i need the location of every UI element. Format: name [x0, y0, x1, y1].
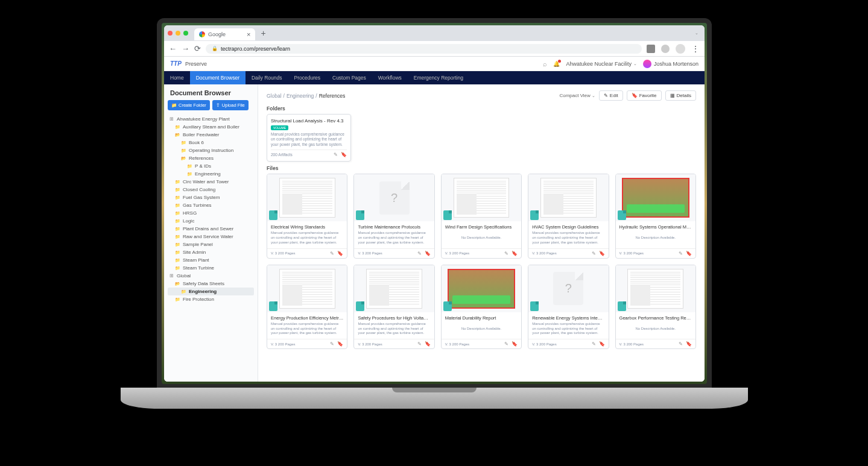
tree-item-engineering[interactable]: 📁Engineering [168, 288, 254, 295]
create-folder-button[interactable]: 📁 Create Folder [168, 100, 210, 110]
bookmark-icon[interactable]: 🔖 [512, 251, 518, 256]
pencil-icon[interactable]: ✎ [417, 251, 422, 256]
file-card[interactable]: Wind Farm Design SpecificationsNo Descri… [441, 174, 522, 258]
tree-item-references[interactable]: 📂References [168, 154, 254, 162]
location-selector[interactable]: Ahwatukee Nuclear Facility ⌄ [566, 61, 637, 67]
search-icon[interactable]: ⌕ [543, 60, 547, 68]
view-selector[interactable]: Compact View ⌄ [559, 93, 595, 98]
bookmark-icon[interactable]: 🔖 [425, 341, 431, 347]
pencil-icon[interactable]: ✎ [504, 341, 508, 347]
tree-item-sample-panel[interactable]: 📁Sample Panel [168, 241, 254, 248]
bookmark-icon[interactable]: 🔖 [686, 251, 692, 256]
extension-icon[interactable] [647, 45, 655, 53]
tree-item-safety-data-sheets[interactable]: 📂Safety Data Sheets [168, 280, 254, 288]
file-card[interactable]: ?Turbine Maintenance ProtocolsManual pro… [353, 174, 434, 258]
tree-item-raw-and-service-water[interactable]: 📁Raw and Service Water [168, 233, 254, 241]
nav-item-document-browser[interactable]: Document Browser [190, 71, 246, 84]
extension-icon-2[interactable] [661, 45, 670, 53]
pencil-icon[interactable]: ✎ [330, 251, 334, 256]
app-body: Document Browser 📁 Create Folder ⇪ Uploa… [164, 84, 705, 382]
upload-file-button[interactable]: ⇪ Upload File [212, 100, 249, 110]
breadcrumb-item[interactable]: Global [267, 93, 282, 99]
reload-button[interactable]: ⟳ [194, 44, 201, 53]
maximize-window-button[interactable] [183, 31, 188, 36]
tree-item-global[interactable]: ⊞Global [168, 272, 254, 280]
close-window-button[interactable] [168, 31, 173, 36]
new-tab-button[interactable]: + [258, 28, 268, 39]
nav-item-workflows[interactable]: Workflows [372, 71, 408, 84]
tree-item-gas-turbines[interactable]: 📁Gas Turbines [168, 201, 254, 209]
tree-item-ahwatukee-energy-plant[interactable]: ⊞Ahwatukee Energy Plant [168, 115, 254, 123]
bookmark-icon[interactable]: 🔖 [512, 341, 518, 347]
file-card-body: Renewable Energy Systems Integratio...Ma… [528, 312, 608, 339]
tree-item-hrsg[interactable]: 📁HRSG [168, 209, 254, 217]
tree-item-boiler-feedwater[interactable]: 📂Boiler Feedwater [168, 131, 254, 139]
user-menu[interactable]: Joshua Mortenson [643, 60, 699, 68]
tree-item-logic[interactable]: 📁Logic [168, 217, 254, 225]
tree-item-site-admin[interactable]: 📁Site Admin [168, 248, 254, 256]
close-tab-button[interactable]: × [247, 31, 250, 38]
pencil-icon[interactable]: ✎ [417, 341, 422, 347]
file-card[interactable]: Energy Production Efficiency MetricsManu… [267, 265, 347, 349]
bookmark-icon[interactable]: 🔖 [686, 341, 692, 347]
window-controls [168, 31, 188, 36]
file-card[interactable]: Gearbox Performance Testing ResultsNo De… [615, 265, 696, 349]
pencil-icon[interactable]: ✎ [679, 251, 683, 256]
pencil-icon[interactable]: ✎ [679, 341, 683, 347]
minimize-window-button[interactable] [176, 31, 180, 36]
tree-item-steam-turbine[interactable]: 📁Steam Turbine [168, 264, 254, 272]
pencil-icon[interactable]: ✎ [504, 251, 508, 256]
file-title: Gearbox Performance Testing Results [619, 315, 692, 321]
nav-item-home[interactable]: Home [164, 71, 190, 84]
tree-item-circ-water-and-tower[interactable]: 📁Circ Water and Tower [168, 178, 254, 186]
tree-item-book-6[interactable]: 📁Book 6 [168, 139, 254, 146]
details-button[interactable]: ▦ Details [665, 90, 696, 101]
folder-icon: 📁 [175, 203, 180, 208]
file-card[interactable]: ?Renewable Energy Systems Integratio...M… [528, 265, 609, 349]
nav-item-custom-pages[interactable]: Custom Pages [326, 71, 372, 84]
notifications-button[interactable]: 🔔 [553, 61, 560, 67]
file-card[interactable]: Electrical Wiring StandardsManual provid… [267, 174, 347, 258]
bookmark-icon[interactable]: 🔖 [599, 251, 605, 256]
chrome-menu-button[interactable]: ⋮ [691, 44, 700, 54]
breadcrumb-item[interactable]: Engineering [287, 93, 314, 99]
chrome-profile-avatar[interactable] [676, 44, 685, 54]
tree-item-operating-instruction[interactable]: 📁Operating Instruction [168, 146, 254, 154]
pencil-icon[interactable]: ✎ [334, 152, 338, 157]
nav-item-emergency-reporting[interactable]: Emergency Reporting [408, 71, 469, 84]
nav-item-procedures[interactable]: Procedures [288, 71, 326, 84]
nav-item-daily-rounds[interactable]: Daily Rounds [246, 71, 288, 84]
favorite-button[interactable]: 🔖 Favorite [627, 90, 662, 101]
back-button[interactable]: ← [169, 44, 177, 53]
file-meta: V. 3 200 Pages [445, 251, 469, 255]
tree-item-auxiliary-steam-and-boiler[interactable]: 📁Auxiliary Steam and Boiler [168, 123, 254, 131]
pencil-icon[interactable]: ✎ [592, 341, 596, 347]
bookmark-icon: 🔖 [632, 93, 638, 98]
bookmark-icon[interactable]: 🔖 [425, 251, 431, 256]
file-card[interactable]: Safety Procedures for High Voltage Sy...… [353, 265, 434, 349]
folder-card[interactable]: Structural Load Analysis - Rev 4.3 Volum… [267, 114, 351, 162]
tree-item-fuel-gas-system[interactable]: 📁Fuel Gas System [168, 194, 254, 201]
file-card[interactable]: Hydraulic Systems Operational ManualNo D… [615, 174, 696, 258]
file-card[interactable]: Material Durability ReportNo Description… [441, 265, 522, 349]
tree-item-engineering[interactable]: 📁Engineering [168, 170, 254, 178]
file-meta: V. 3 200 Pages [532, 251, 556, 255]
bookmark-icon[interactable]: 🔖 [337, 341, 343, 347]
tree-item-steam-plant[interactable]: 📁Steam Plant [168, 256, 254, 264]
tree-item-closed-cooling[interactable]: 📁Closed Cooling [168, 186, 254, 194]
bookmark-icon[interactable]: 🔖 [337, 251, 343, 256]
url-bar[interactable]: 🔒 tectrapro.com/preserve/learn [206, 44, 642, 54]
browser-tab[interactable]: Google × [194, 28, 255, 40]
folder-icon: 📁 [175, 179, 180, 184]
edit-button[interactable]: ✎ Edit [599, 90, 623, 101]
forward-button[interactable]: → [182, 44, 189, 53]
bookmark-icon[interactable]: 🔖 [599, 341, 605, 347]
tab-dropdown-icon[interactable]: ⌄ [695, 31, 699, 36]
tree-item-p-ids[interactable]: 📁P & IDs [168, 162, 254, 170]
pencil-icon[interactable]: ✎ [330, 341, 334, 347]
tree-item-plant-drains-and-sewer[interactable]: 📁Plant Drains and Sewer [168, 225, 254, 233]
tree-item-fire-protection[interactable]: 📁Fire Protection [168, 295, 254, 303]
file-card[interactable]: HVAC System Design GuidelinesManual prov… [528, 174, 609, 258]
bookmark-icon[interactable]: 🔖 [341, 152, 347, 157]
pencil-icon[interactable]: ✎ [592, 251, 596, 256]
